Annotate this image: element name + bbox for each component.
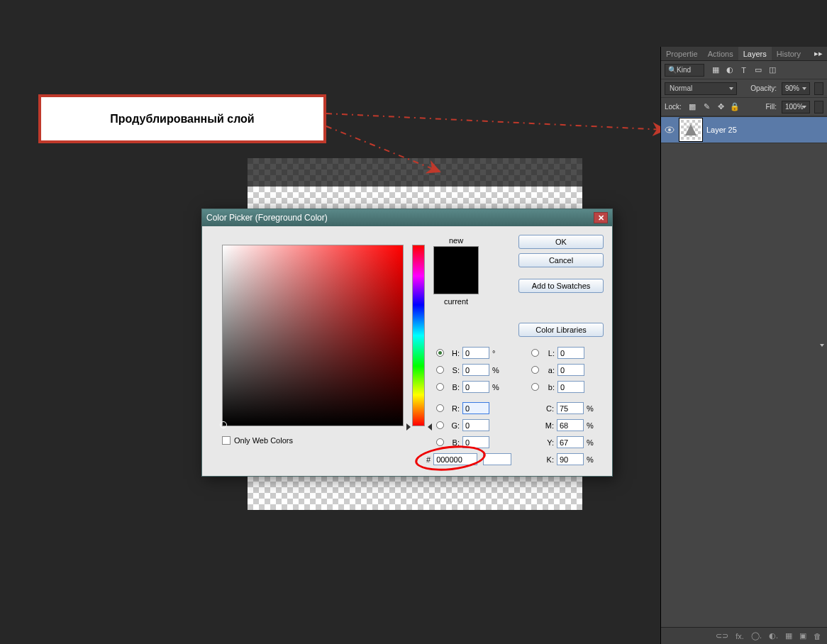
tab-history[interactable]: History	[772, 47, 806, 60]
fill-label: Fill:	[765, 103, 777, 111]
m-label: M:	[541, 421, 554, 430]
a-label: a:	[542, 366, 555, 374]
panel-menu-icon[interactable]: ▸▸	[810, 49, 827, 58]
hex-symbol: #	[426, 455, 431, 464]
c-input[interactable]: 75	[557, 402, 584, 414]
filter-adjust-icon[interactable]: ◐	[724, 65, 735, 75]
opacity-input[interactable]: 90%	[782, 82, 810, 95]
b-radio[interactable]	[436, 383, 444, 391]
layer-row-selected[interactable]: Layer 25	[661, 116, 827, 143]
tab-properties[interactable]: Propertie	[661, 47, 703, 60]
current-color-label: current	[436, 297, 476, 306]
hex-input[interactable]: 000000	[433, 453, 477, 465]
a-input[interactable]: 0	[557, 364, 584, 376]
group-icon[interactable]: ▦	[785, 631, 792, 640]
lock-transparency-icon[interactable]: ▩	[687, 101, 698, 112]
tab-layers[interactable]: Layers	[738, 47, 772, 60]
hue-slider[interactable]	[412, 245, 425, 426]
g-label: G:	[447, 421, 460, 430]
canvas-dark-strip	[248, 158, 582, 187]
color-field-marker	[220, 421, 227, 428]
link-layers-icon[interactable]: ⊂⊃	[716, 631, 728, 640]
layers-panel-footer: ⊂⊃ fx. ◯. ◐. ▦ ▣ 🗑	[661, 627, 827, 644]
l-label: L:	[542, 349, 555, 357]
y-unit: %	[587, 438, 595, 447]
s-label: S:	[447, 366, 460, 374]
color-preview	[433, 246, 479, 294]
new-color-label: new	[436, 236, 476, 245]
hex-row: # 000000	[426, 453, 511, 465]
opacity-flyout[interactable]	[814, 82, 823, 95]
new-layer-icon[interactable]: ▣	[799, 631, 806, 640]
tab-actions[interactable]: Actions	[703, 47, 738, 60]
k-input[interactable]: 90	[557, 453, 584, 465]
lock-position-icon[interactable]: ✥	[716, 101, 726, 112]
layer-mask-icon[interactable]: ◯.	[751, 631, 762, 640]
l-input[interactable]: 0	[557, 347, 584, 359]
k-label: K:	[541, 455, 554, 464]
hue-slider-handle[interactable]	[408, 423, 431, 431]
l-radio[interactable]	[531, 349, 539, 357]
adjustment-layer-icon[interactable]: ◐.	[769, 631, 778, 640]
svg-point-3	[668, 128, 671, 131]
rgb-b-radio[interactable]	[436, 438, 444, 446]
h-radio[interactable]	[436, 349, 444, 357]
lock-pixels-icon[interactable]: ✎	[701, 101, 712, 112]
r-input[interactable]: 0	[462, 402, 489, 414]
svg-line-0	[326, 113, 665, 130]
panel-tabs: Propertie Actions Layers History ▸▸	[661, 47, 827, 61]
annotation-callout: Продублированный слой	[38, 94, 326, 143]
lab-b-input[interactable]: 0	[557, 381, 584, 393]
h-input[interactable]: 0	[462, 347, 489, 359]
filter-type-icon[interactable]: T	[738, 65, 749, 75]
only-web-colors-checkbox[interactable]: Only Web Colors	[222, 436, 293, 445]
color-libraries-button[interactable]: Color Libraries	[518, 323, 604, 337]
hex-extra-field[interactable]	[483, 453, 511, 465]
s-input[interactable]: 0	[462, 364, 489, 376]
only-web-label: Only Web Colors	[234, 436, 293, 445]
filter-row: 🔍 Kind ▦ ◐ T ▭ ◫	[661, 61, 827, 79]
add-to-swatches-button[interactable]: Add to Swatches	[518, 279, 604, 293]
layer-thumbnail[interactable]	[679, 118, 702, 141]
m-input[interactable]: 68	[557, 419, 584, 431]
s-radio[interactable]	[436, 366, 444, 374]
new-color-swatch	[434, 247, 478, 270]
fill-flyout[interactable]	[814, 101, 823, 113]
filter-pixel-icon[interactable]: ▦	[710, 65, 721, 75]
c-label: C:	[541, 404, 554, 413]
g-input[interactable]: 0	[462, 419, 489, 431]
y-input[interactable]: 67	[557, 436, 584, 448]
dialog-titlebar[interactable]: Color Picker (Foreground Color) ✕	[202, 209, 612, 226]
h-unit: °	[492, 349, 501, 357]
b-input[interactable]: 0	[462, 381, 489, 393]
b-label: B:	[447, 383, 460, 392]
lab-b-radio[interactable]	[531, 383, 539, 391]
r-radio[interactable]	[436, 404, 444, 412]
g-radio[interactable]	[436, 421, 444, 429]
delete-layer-icon[interactable]: 🗑	[814, 632, 821, 640]
close-button[interactable]: ✕	[594, 212, 608, 223]
fill-input[interactable]: 100%	[782, 101, 810, 113]
layer-fx-icon[interactable]: fx.	[736, 632, 744, 640]
lock-all-icon[interactable]: 🔒	[730, 101, 740, 112]
filter-kind-select[interactable]: 🔍 Kind	[665, 64, 704, 77]
blend-mode-select[interactable]: Normal	[665, 82, 737, 95]
filter-smart-icon[interactable]: ◫	[767, 65, 777, 75]
ok-button[interactable]: OK	[518, 235, 604, 249]
rgb-b-input[interactable]: 0	[462, 436, 489, 448]
c-unit: %	[587, 404, 595, 413]
lock-row: Lock: ▩ ✎ ✥ 🔒 Fill: 100%	[661, 98, 827, 116]
visibility-toggle-icon[interactable]	[664, 124, 675, 135]
saturation-brightness-field[interactable]	[222, 245, 404, 426]
cancel-button[interactable]: Cancel	[518, 253, 604, 267]
r-label: R:	[447, 404, 460, 413]
lock-label: Lock:	[665, 103, 682, 111]
blend-row: Normal Opacity: 90%	[661, 79, 827, 98]
layer-name-label[interactable]: Layer 25	[706, 126, 737, 134]
dialog-title: Color Picker (Foreground Color)	[206, 213, 328, 223]
current-color-swatch[interactable]	[434, 270, 478, 294]
a-radio[interactable]	[531, 366, 539, 374]
m-unit: %	[587, 421, 595, 430]
checkbox-icon[interactable]	[222, 436, 231, 445]
filter-shape-icon[interactable]: ▭	[753, 65, 763, 75]
